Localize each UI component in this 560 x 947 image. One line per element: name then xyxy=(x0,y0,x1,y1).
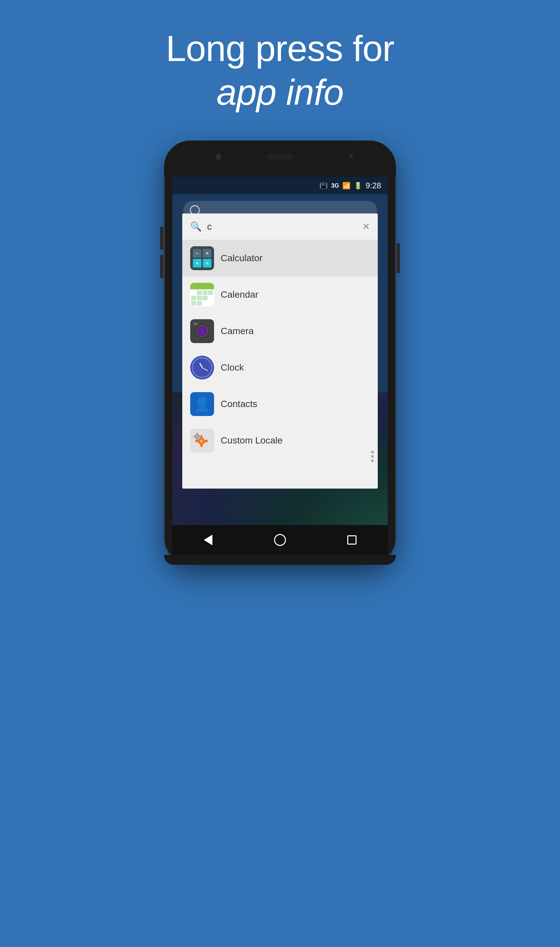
app-name-contacts: Contacts xyxy=(221,399,257,410)
list-item[interactable]: − × + = Calculator xyxy=(182,240,378,276)
scroll-dot-1 xyxy=(371,451,374,453)
power-button[interactable] xyxy=(397,243,400,273)
phone-bottom-bezel xyxy=(164,555,396,565)
drawer-search-query[interactable]: c xyxy=(207,222,357,232)
svg-point-1 xyxy=(200,439,203,443)
volume-down-button[interactable] xyxy=(160,255,163,278)
headline-line2: app info xyxy=(216,72,343,112)
vibrate-icon: 📳 xyxy=(319,182,328,189)
signal-icon: 📶 xyxy=(342,182,351,189)
app-drawer: 🔍 c ✕ − × + = Calculator xyxy=(182,214,378,488)
clock-icon xyxy=(190,356,214,380)
battery-icon: 🔋 xyxy=(354,182,362,189)
app-name-camera: Camera xyxy=(221,326,254,336)
status-time: 9:28 xyxy=(366,181,381,190)
scroll-dot-2 xyxy=(371,455,374,458)
list-item[interactable]: Custom Locale xyxy=(182,422,378,459)
status-bar: 📳 3G 📶 🔋 9:28 xyxy=(172,177,388,194)
headline: Long press for app info xyxy=(166,26,394,114)
svg-rect-3 xyxy=(200,445,203,447)
speaker xyxy=(267,154,293,160)
svg-rect-13 xyxy=(193,436,195,437)
headline-line1: Long press for xyxy=(166,28,394,69)
svg-rect-10 xyxy=(197,433,198,434)
calendar-icon xyxy=(190,283,214,306)
list-item[interactable]: Camera xyxy=(182,313,378,350)
svg-rect-12 xyxy=(200,436,201,437)
contacts-person-icon: 👤 xyxy=(194,396,211,412)
recents-icon xyxy=(347,535,357,545)
drawer-search-row: 🔍 c ✕ xyxy=(182,214,378,240)
drawer-scrollbar xyxy=(371,451,374,462)
scroll-dot-3 xyxy=(371,459,374,462)
app-list: − × + = Calculator xyxy=(182,240,378,488)
drawer-search-icon: 🔍 xyxy=(190,221,202,232)
list-item[interactable]: 👤 Contacts xyxy=(182,386,378,422)
svg-point-9 xyxy=(196,436,198,437)
svg-rect-11 xyxy=(197,439,198,440)
camera-icon xyxy=(190,319,214,343)
nav-back-button[interactable] xyxy=(200,532,216,548)
contacts-icon: 👤 xyxy=(190,392,214,416)
calculator-icon: − × + = xyxy=(190,246,214,270)
nav-recents-button[interactable] xyxy=(344,532,360,548)
app-name-locale: Custom Locale xyxy=(221,435,283,446)
list-item[interactable]: Clock xyxy=(182,350,378,386)
phone-top-bezel xyxy=(164,140,396,177)
app-name-calendar: Calendar xyxy=(221,289,258,300)
nav-home-button[interactable] xyxy=(272,532,288,548)
locale-icon xyxy=(190,429,214,453)
app-name-clock: Clock xyxy=(221,362,244,373)
phone-shell: 📳 3G 📶 🔋 9:28 🔍 c ✕ xyxy=(164,140,396,565)
sensor xyxy=(349,154,353,158)
phone-screen: 📳 3G 📶 🔋 9:28 🔍 c ✕ xyxy=(172,177,388,525)
home-icon xyxy=(274,534,286,546)
phone-nav-bar xyxy=(172,525,388,555)
back-icon xyxy=(204,535,212,545)
drawer-close-icon[interactable]: ✕ xyxy=(362,221,370,232)
app-name-calculator: Calculator xyxy=(221,253,262,263)
list-item[interactable]: Calendar xyxy=(182,276,378,313)
front-camera xyxy=(215,154,222,160)
signal-label: 3G xyxy=(331,182,339,189)
locale-gear-svg xyxy=(192,431,212,450)
volume-up-button[interactable] xyxy=(160,227,163,250)
